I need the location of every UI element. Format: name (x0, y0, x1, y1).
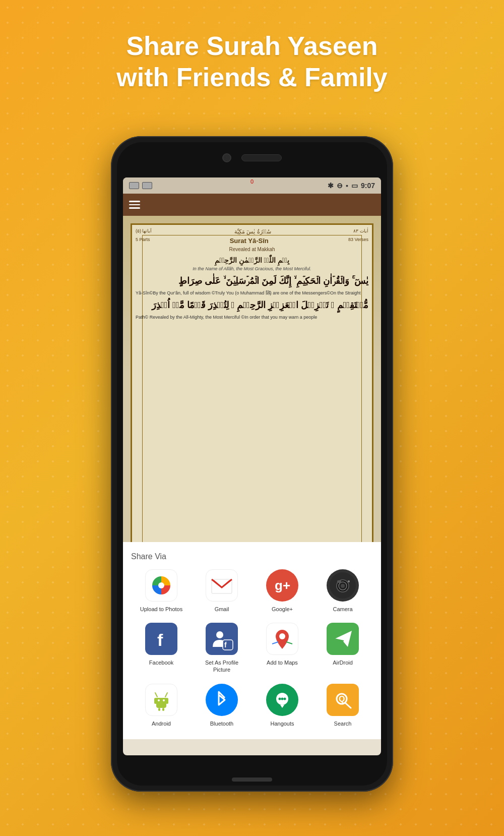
camera-label: Camera (333, 606, 352, 613)
svg-point-10 (348, 580, 350, 582)
share-item-camera[interactable]: Camera (318, 569, 368, 613)
bluetooth-label: Bluetooth (210, 720, 233, 727)
svg-point-0 (158, 582, 164, 588)
notification-icon-2 (142, 182, 152, 189)
googleplus-icon: g+ (266, 569, 298, 602)
bismillah-arabic: بِسۡمِ اللّٰہِ الرَّحۡمٰنِ الرَّحِیۡمِ (136, 256, 368, 264)
phone-frame: 0 ✱ ⊖ ▪ ▭ 9:07 (111, 136, 393, 792)
maps-icon (266, 623, 298, 655)
surah-name-en: Surat Yâ-Sîn (230, 237, 269, 245)
share-item-airdroid[interactable]: AirDroid (318, 623, 368, 674)
share-row-1: Upload to Photos (131, 569, 373, 613)
search-icon: Q (327, 684, 359, 716)
airdroid-icon (327, 623, 359, 655)
gmail-label: Gmail (215, 606, 229, 613)
photos-icon (145, 569, 177, 602)
svg-rect-9 (337, 580, 341, 583)
network-status: ▪ (346, 182, 348, 190)
maps-label: Add to Maps (267, 659, 298, 666)
svg-text:f: f (157, 630, 163, 649)
android-label: Android (152, 720, 171, 727)
phone-top-hardware (222, 153, 282, 162)
quran-text-area: آیاتھا (۵) سُوۡرَةُ یٰسٓ مَکِیَّة اٰیات … (136, 228, 368, 322)
phone-home-indicator (232, 778, 272, 782)
share-item-android[interactable]: Android (136, 684, 186, 727)
ayat-count: اٰیات ۸۳ (353, 228, 368, 235)
bluetooth-icon (206, 684, 238, 716)
status-left (129, 182, 152, 189)
svg-text:f: f (224, 641, 227, 649)
share-item-search[interactable]: Q Search (318, 684, 368, 727)
bismillah-translation: In the Name of Allâh, the Most Gracious,… (136, 266, 368, 271)
svg-point-35 (281, 697, 284, 700)
share-item-maps[interactable]: Add to Maps (257, 623, 307, 674)
svg-point-8 (341, 584, 345, 588)
svg-rect-30 (162, 708, 164, 711)
share-item-hangouts[interactable]: Hangouts (257, 684, 307, 727)
quran-content: آیاتھا (۵) سُوۡرَةُ یٰسٓ مَکِیَّة اٰیات … (123, 216, 381, 739)
googleplus-label: Google+ (272, 606, 293, 613)
time-display: 9:07 (361, 182, 375, 190)
share-item-googleplus[interactable]: g+ Google+ (257, 569, 307, 613)
share-item-gmail[interactable]: Gmail (197, 569, 247, 613)
share-item-setprofile[interactable]: f Set As Profile Picture (197, 623, 247, 674)
arabic-verse-2: مُّسۡتَقِیۡمٍ ۙ تَنۡزِیۡلَ الۡعَزِیۡزِ ا… (136, 298, 368, 312)
svg-point-31 (209, 687, 235, 713)
status-right: ✱ ⊖ ▪ ▭ 9:07 (328, 182, 375, 190)
photos-label: Upload to Photos (140, 606, 182, 613)
surah-subtitle: Revealed at Makkah (136, 247, 368, 252)
surah-revealed: سُوۡرَةُ یٰسٓ مَکِیَّة (234, 228, 271, 235)
arabic-verse-1: یٰسٓ ۚ وَالۡقُرۡاٰنِ الۡحَکِیۡمِ ۙ إِنَّ… (136, 274, 368, 288)
svg-point-27 (158, 699, 160, 701)
svg-point-28 (163, 699, 165, 701)
bluetooth-status: ✱ (328, 182, 334, 190)
share-title: Share Via (131, 552, 373, 561)
surah-parts-row: 5 Parts Surat Yâ-Sîn 83 Verses (136, 237, 368, 245)
phone-screen: 0 ✱ ⊖ ▪ ▭ 9:07 (123, 177, 381, 755)
share-item-photos[interactable]: Upload to Photos (136, 569, 186, 613)
notification-icon-1 (129, 182, 139, 189)
verse-translation-2: Path© Revealed by the All-Mighty, the Mo… (136, 314, 368, 321)
surah-meta-left: آیاتھا (۵) (136, 228, 152, 235)
facebook-icon: f (145, 623, 177, 655)
hamburger-line (129, 204, 140, 206)
svg-point-36 (284, 697, 286, 700)
surah-meta-row: آیاتھا (۵) سُوۡرَةُ یٰسٓ مَکِیَّة اٰیات … (136, 228, 368, 235)
surah-header: آیاتھا (۵) سُوۡرَةُ یٰسٓ مَکِیَّة اٰیات … (136, 228, 368, 252)
gmail-icon (206, 569, 238, 602)
headline: Share Surah Yaseen with Friends & Family (0, 0, 504, 108)
setprofile-icon: f (206, 623, 238, 655)
page-number: 0 (250, 178, 254, 185)
svg-point-14 (216, 631, 223, 638)
menu-button[interactable] (129, 201, 140, 209)
setprofile-label: Set As Profile Picture (197, 659, 247, 674)
svg-point-34 (279, 697, 281, 700)
svg-rect-29 (158, 708, 160, 711)
speaker-grill (241, 154, 282, 161)
camera-lens (222, 153, 231, 162)
svg-point-18 (279, 633, 285, 639)
headline-line1: Share Surah Yaseen (40, 30, 464, 62)
battery-status: ▭ (351, 182, 358, 190)
android-icon (145, 684, 177, 716)
phone-inner: 0 ✱ ⊖ ▪ ▭ 9:07 (117, 142, 387, 786)
share-item-facebook[interactable]: f Facebook (136, 623, 186, 674)
quran-page: آیاتھا (۵) سُوۡرَةُ یٰسٓ مَکِیَّة اٰیات … (123, 216, 381, 739)
facebook-label: Facebook (149, 659, 173, 666)
airdroid-label: AirDroid (333, 659, 353, 666)
share-item-bluetooth[interactable]: Bluetooth (197, 684, 247, 727)
svg-text:g+: g+ (275, 578, 290, 593)
camera-icon (327, 569, 359, 602)
svg-rect-25 (154, 698, 157, 704)
share-row-3: Android Bluetooth (131, 684, 373, 731)
svg-text:Q: Q (339, 695, 345, 703)
app-toolbar[interactable] (123, 194, 381, 216)
share-sheet: Share Via (123, 542, 381, 739)
status-bar: 0 ✱ ⊖ ▪ ▭ 9:07 (123, 177, 381, 194)
search-label: Search (334, 720, 352, 727)
hangouts-icon (266, 684, 298, 716)
hamburger-line (129, 201, 140, 202)
headline-line2: with Friends & Family (40, 62, 464, 93)
signal-status: ⊖ (337, 182, 343, 190)
hangouts-label: Hangouts (270, 720, 294, 727)
